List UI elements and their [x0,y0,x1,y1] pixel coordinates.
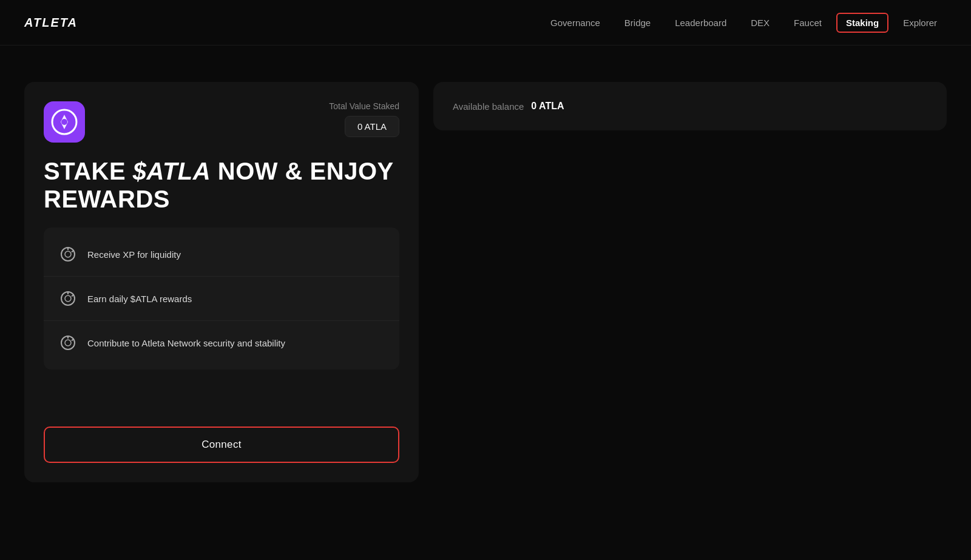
total-value-section: Total Value Staked 0 ATLA [329,101,399,137]
xp-icon [58,245,78,264]
rewards-icon [58,289,78,308]
connect-button[interactable]: Connect [44,427,399,463]
security-icon [58,333,78,353]
total-value-label: Total Value Staked [329,101,399,111]
balance-value: 0 ATLA [531,101,564,112]
benefit-item-1: Receive XP for liquidity [44,232,399,277]
card-header: Total Value Staked 0 ATLA [44,101,399,143]
svg-point-7 [65,295,71,302]
benefit-text-2: Earn daily $ATLA rewards [87,294,192,304]
svg-line-5 [72,251,73,252]
benefit-text-1: Receive XP for liquidity [87,249,181,260]
main-content: Total Value Staked 0 ATLA STAKE $ATLA NO… [0,46,971,519]
benefit-item-3: Contribute to Atleta Network security an… [44,321,399,365]
svg-line-9 [72,295,73,297]
svg-point-11 [65,340,71,346]
nav-explorer[interactable]: Explorer [893,13,947,33]
header: ATLETA Governance Bridge Leaderboard DEX… [0,0,971,46]
headline-highlight: $ATLA [133,158,211,184]
nav-faucet[interactable]: Faucet [784,13,831,33]
staking-card: Total Value Staked 0 ATLA STAKE $ATLA NO… [24,82,419,482]
svg-line-13 [72,339,73,341]
nav-dex[interactable]: DEX [741,13,779,33]
headline: STAKE $ATLA NOW & ENJOY REWARDS [44,157,399,213]
nav-leaderboard[interactable]: Leaderboard [665,13,736,33]
total-value-badge: 0 ATLA [345,116,399,137]
svg-point-1 [61,119,67,125]
headline-text1: STAKE [44,158,133,184]
token-icon [44,101,85,143]
balance-label: Available balance [453,101,524,112]
benefits-list: Receive XP for liquidity Earn daily $ATL… [44,228,399,369]
svg-point-3 [65,251,71,257]
logo: ATLETA [24,16,78,30]
main-nav: Governance Bridge Leaderboard DEX Faucet… [541,13,947,33]
nav-governance[interactable]: Governance [541,13,610,33]
nav-bridge[interactable]: Bridge [615,13,660,33]
balance-card: Available balance 0 ATLA [433,82,947,130]
benefit-item-2: Earn daily $ATLA rewards [44,277,399,321]
benefit-text-3: Contribute to Atleta Network security an… [87,338,285,348]
nav-staking[interactable]: Staking [836,13,888,33]
token-svg [51,109,78,135]
